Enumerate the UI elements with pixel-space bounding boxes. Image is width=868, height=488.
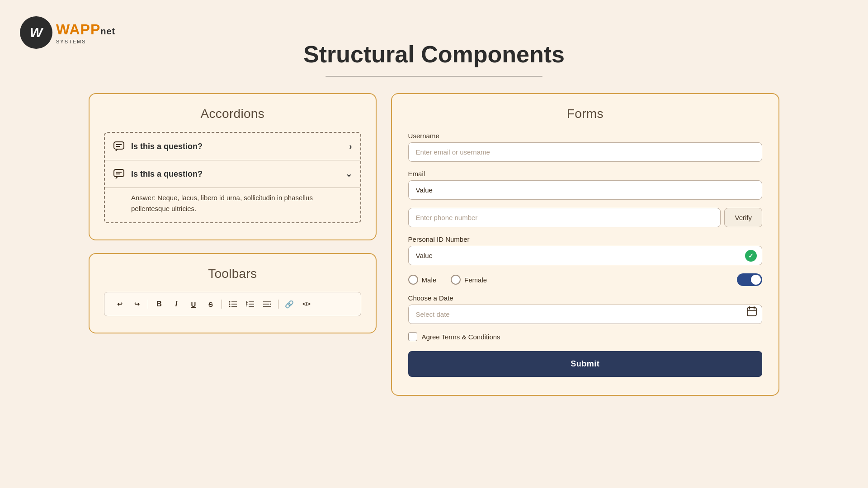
phone-row: Verify (408, 208, 762, 227)
accordion-item-2-wrapper: Is this a question? ⌄ Answer: Neque, lac… (105, 160, 360, 222)
terms-label: Agree Terms & Conditions (422, 333, 500, 341)
accordion-question-1: Is this a question? (131, 142, 344, 151)
accordions-title: Accordions (104, 107, 361, 121)
ordered-list-button[interactable]: 1.2.3. (243, 297, 257, 311)
svg-rect-3 (114, 169, 124, 177)
logo: W WAPP net SYSTEMS (20, 16, 115, 49)
toggle-knob (751, 275, 761, 285)
svg-point-6 (229, 301, 231, 303)
strikethrough-button[interactable]: S (203, 297, 218, 311)
date-input[interactable] (408, 305, 762, 324)
terms-row: Agree Terms & Conditions (408, 332, 762, 341)
logo-wapp: WAPP (56, 21, 100, 38)
submit-button[interactable]: Submit (408, 351, 762, 377)
toolbar-bar: ↩ ↪ B I U S 1.2.3. 🔗 </> (104, 292, 361, 316)
terms-checkbox[interactable] (408, 332, 417, 341)
title-divider (326, 76, 542, 77)
phone-input[interactable] (408, 208, 721, 227)
username-input[interactable] (408, 142, 762, 162)
logo-icon: W (20, 16, 52, 49)
toolbars-panel: Toolbars ↩ ↪ B I U S 1.2.3. (89, 253, 377, 333)
email-input[interactable] (408, 180, 762, 200)
toolbar-divider-3 (278, 300, 278, 309)
accordion-box: Is this a question? › Is this a question… (104, 132, 361, 223)
svg-text:3.: 3. (246, 305, 248, 307)
gender-row: Male Female (408, 273, 762, 286)
accordion-answer-2: Answer: Neque, lacus, libero id urna, so… (105, 188, 360, 222)
accordion-chevron-2: ⌄ (345, 169, 352, 179)
accordions-panel: Accordions Is this a question? › (89, 93, 377, 240)
logo-text: WAPP net SYSTEMS (56, 21, 115, 44)
accordion-question-2: Is this a question? (131, 169, 340, 179)
chat-icon-1 (113, 140, 126, 153)
personal-id-group: Personal ID Number ✓ (408, 235, 762, 265)
accordion-item-1[interactable]: Is this a question? › (105, 133, 360, 160)
logo-net: net (100, 26, 115, 37)
personal-id-input-wrapper: ✓ (408, 246, 762, 265)
female-radio-label[interactable]: Female (451, 275, 487, 285)
personal-id-label: Personal ID Number (408, 235, 762, 243)
verified-checkmark-icon: ✓ (745, 250, 757, 262)
male-label: Male (422, 276, 437, 284)
svg-marker-21 (270, 303, 271, 305)
logo-w-letter: W (30, 25, 42, 40)
svg-rect-22 (747, 308, 756, 316)
redo-button[interactable]: ↪ (130, 297, 144, 311)
female-label: Female (464, 276, 487, 284)
date-group: Choose a Date (408, 294, 762, 324)
male-radio[interactable] (408, 275, 418, 285)
accordion-chevron-1: › (349, 142, 352, 151)
right-column: Forms Username Email Verify Personal ID … (391, 93, 779, 396)
verify-button[interactable]: Verify (724, 208, 762, 227)
main-content: Accordions Is this a question? › (0, 93, 868, 396)
italic-button[interactable]: I (169, 297, 184, 311)
accordion-item-2[interactable]: Is this a question? ⌄ (105, 160, 360, 188)
underline-button[interactable]: U (186, 297, 201, 311)
date-label: Choose a Date (408, 294, 762, 302)
logo-systems: SYSTEMS (56, 39, 115, 44)
chat-icon-2 (113, 168, 126, 180)
calendar-icon[interactable] (747, 306, 757, 319)
bold-button[interactable]: B (152, 297, 166, 311)
email-label: Email (408, 170, 762, 178)
forms-title: Forms (408, 107, 762, 121)
email-group: Email (408, 170, 762, 200)
personal-id-input[interactable] (408, 246, 762, 265)
toolbar-divider-2 (222, 300, 222, 309)
toolbar-divider-1 (148, 300, 148, 309)
left-column: Accordions Is this a question? › (89, 93, 377, 396)
female-radio[interactable] (451, 275, 461, 285)
align-button[interactable] (260, 297, 274, 311)
svg-point-10 (229, 306, 231, 307)
link-button[interactable]: 🔗 (282, 297, 297, 311)
male-radio-label[interactable]: Male (408, 275, 437, 285)
page-title: Structural Components (0, 0, 868, 68)
username-label: Username (408, 132, 762, 140)
undo-button[interactable]: ↩ (113, 297, 127, 311)
code-button[interactable]: </> (299, 297, 314, 311)
forms-panel: Forms Username Email Verify Personal ID … (391, 93, 779, 396)
unordered-list-button[interactable] (226, 297, 240, 311)
svg-rect-0 (114, 142, 124, 149)
svg-point-8 (229, 304, 231, 305)
toolbars-title: Toolbars (104, 267, 361, 281)
toggle-switch[interactable] (737, 273, 762, 286)
username-group: Username (408, 132, 762, 162)
